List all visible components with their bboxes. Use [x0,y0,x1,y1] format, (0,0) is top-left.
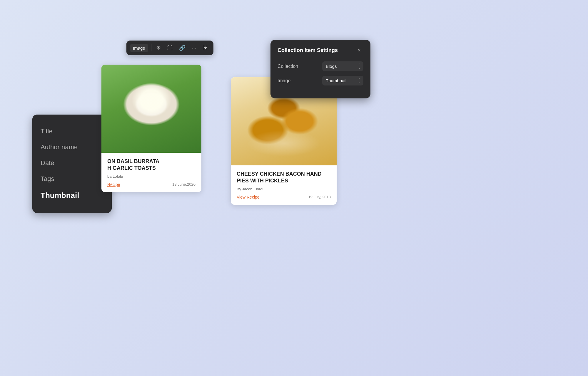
field-thumbnail[interactable]: Thumbnail [41,187,103,204]
blog-card-left-body: ON BASIL BURRATAH GARLIC TOASTS ba Lofal… [101,153,201,192]
toolbar-divider-1 [151,44,151,51]
blog-card-left-author: ba Lofalu [107,174,196,179]
close-icon[interactable]: × [355,46,363,54]
image-row: Image Thumbnail Cover Gallery Avatar [278,76,363,85]
collection-row: Collection Blogs Recipes Posts Articles [278,61,363,71]
image-field-label: Image [278,78,290,83]
collection-select[interactable]: Blogs Recipes Posts Articles [322,61,363,71]
image-toolbar: Image ☀ ⛶ 🔗 ··· 🗄 [126,41,213,55]
blog-card-right-date: 19 July, 2018 [308,195,331,199]
field-date[interactable]: Date [41,155,103,171]
field-tags[interactable]: Tags [41,171,103,187]
brightness-icon[interactable]: ☀ [154,43,163,53]
settings-header: Collection Item Settings × [278,46,363,54]
collection-select-wrapper: Blogs Recipes Posts Articles [322,61,363,71]
field-title[interactable]: Title [41,123,103,139]
blog-card-right-link[interactable]: View Recipe [237,195,260,199]
field-list-panel: Title Author name Date Tags Thumbnail [32,115,112,213]
blog-card-right-footer: View Recipe 19 July, 2018 [237,195,331,199]
image-label-text: Image [133,46,145,51]
blog-card-right-title: CHEESY CHICKEN BACON HAND PIES WITH PICK… [237,171,331,184]
collection-settings-panel: Collection Item Settings × Collection Bl… [270,40,370,98]
blog-card-left: ON BASIL BURRATAH GARLIC TOASTS ba Lofal… [101,65,201,192]
toolbar-image-label[interactable]: Image [130,44,148,52]
blog-card-left-link[interactable]: Recipe [107,182,120,187]
image-select[interactable]: Thumbnail Cover Gallery Avatar [322,76,363,85]
blog-card-left-date: 13 June,2020 [172,182,196,187]
link-icon[interactable]: 🔗 [177,43,187,53]
collection-label: Collection [278,64,298,69]
field-author[interactable]: Author name [41,139,103,155]
blog-card-left-image [101,65,201,153]
blog-card-left-title: ON BASIL BURRATAH GARLIC TOASTS [107,158,196,172]
more-icon[interactable]: ··· [190,43,198,53]
settings-title: Collection Item Settings [278,47,338,53]
database-icon[interactable]: 🗄 [201,43,210,53]
burrata-food-visual [101,65,201,153]
blog-card-right-author: By Jacob Elordi [237,187,331,191]
blog-card-right-body: CHEESY CHICKEN BACON HAND PIES WITH PICK… [231,165,337,205]
image-select-wrapper: Thumbnail Cover Gallery Avatar [322,76,363,85]
blog-card-left-footer: Recipe 13 June,2020 [107,182,196,187]
crop-icon[interactable]: ⛶ [166,43,174,53]
